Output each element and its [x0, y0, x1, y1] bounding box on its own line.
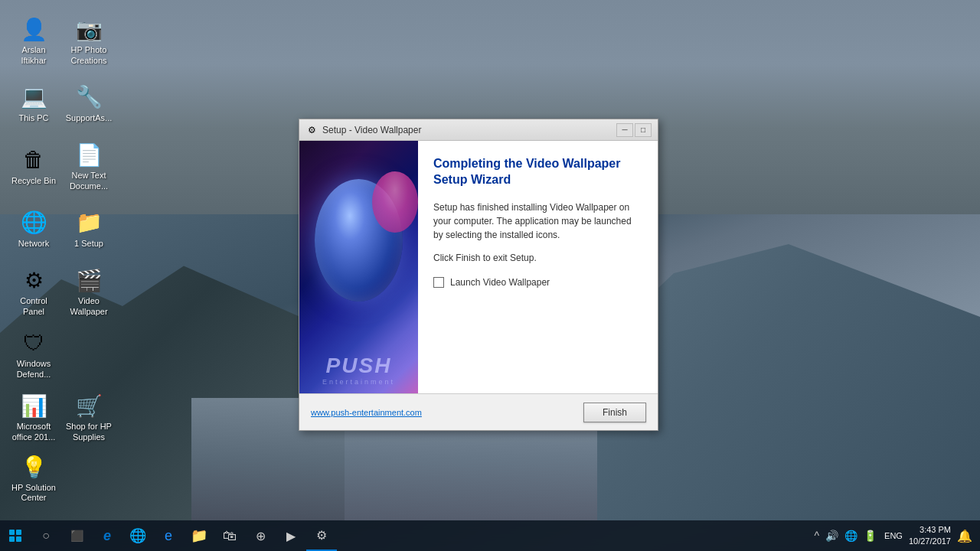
clock-time: 3:43 PM: [920, 524, 951, 536]
windows-logo-icon: [9, 530, 21, 542]
dialog-body-text: Setup has finished installing Video Wall…: [433, 201, 642, 242]
dialog-title-icon: ⚙: [305, 124, 318, 136]
dialog-title-text: Setup - Video Wallpaper: [322, 125, 612, 135]
launch-checkbox-label[interactable]: Launch Video Wallpaper: [450, 277, 550, 288]
volume-icon[interactable]: 🔊: [824, 528, 840, 543]
taskbar-explorer-icon[interactable]: 📁: [184, 520, 214, 551]
dialog-content: Completing the Video WallpaperSetup Wiza…: [418, 141, 658, 393]
system-tray-icons: ^ 🔊 🌐 🔋: [813, 528, 879, 543]
taskbar-store-icon[interactable]: 🛍: [214, 520, 245, 551]
task-view-button[interactable]: ⬛: [61, 520, 92, 551]
dialog-footer: www.push-entertainment.com Finish: [299, 393, 658, 430]
taskbar-cmd-icon[interactable]: ⊕: [245, 520, 276, 551]
dialog-body: PUSH Entertainment Completing the Video …: [299, 141, 658, 393]
taskbar-setup-active-icon[interactable]: ⚙: [306, 520, 337, 551]
taskbar: ○ ⬛ e 🌐 e 📁 🛍 ⊕ ▶ ⚙: [0, 520, 980, 551]
search-taskbar-icon[interactable]: ○: [31, 520, 61, 551]
taskbar-clock[interactable]: 3:43 PM 10/27/2017: [909, 524, 951, 548]
start-button[interactable]: [0, 520, 31, 551]
maximize-button[interactable]: □: [635, 123, 652, 137]
push-orb: [315, 179, 403, 302]
orb-graphic: [315, 156, 403, 324]
launch-checkbox-row: Launch Video Wallpaper: [433, 277, 642, 288]
entertainment-text: Entertainment: [299, 378, 418, 386]
dialog-finish-hint: Click Finish to exit Setup.: [433, 251, 642, 265]
taskbar-winamp-icon[interactable]: ▶: [276, 520, 306, 551]
notification-center-icon[interactable]: 🔔: [957, 529, 972, 543]
push-logo-text: PUSH: [299, 354, 418, 378]
taskbar-right-area: ^ 🔊 🌐 🔋 ENG 3:43 PM 10/27/2017 🔔: [813, 524, 980, 548]
tray-expand-icon[interactable]: ^: [813, 528, 822, 543]
dialog-overlay: ⚙ Setup - Video Wallpaper ─ □ PUSH Enter…: [0, 0, 980, 551]
network-tray-icon[interactable]: 🌐: [843, 528, 859, 543]
titlebar-buttons: ─ □: [616, 123, 652, 137]
setup-dialog: ⚙ Setup - Video Wallpaper ─ □ PUSH Enter…: [299, 119, 658, 431]
start-logo: [4, 524, 27, 547]
taskbar-edge-icon[interactable]: e: [92, 520, 122, 551]
clock-date: 10/27/2017: [909, 536, 951, 547]
push-logo-area: PUSH Entertainment: [299, 354, 418, 386]
taskbar-chrome-icon[interactable]: 🌐: [122, 520, 153, 551]
dialog-heading: Completing the Video WallpaperSetup Wiza…: [433, 156, 642, 188]
battery-icon[interactable]: 🔋: [862, 528, 878, 543]
dialog-titlebar: ⚙ Setup - Video Wallpaper ─ □: [299, 119, 658, 141]
minimize-button[interactable]: ─: [616, 123, 633, 137]
desktop: 👤 Arslan Iftikhar 📷 HP Photo Creations 💻…: [0, 0, 980, 551]
launch-checkbox[interactable]: [433, 277, 444, 288]
taskbar-ie-icon[interactable]: e: [153, 520, 184, 551]
dialog-image-panel: PUSH Entertainment: [299, 141, 418, 393]
finish-button[interactable]: Finish: [583, 403, 646, 422]
language-indicator[interactable]: ENG: [884, 531, 903, 540]
footer-link[interactable]: www.push-entertainment.com: [311, 408, 422, 417]
